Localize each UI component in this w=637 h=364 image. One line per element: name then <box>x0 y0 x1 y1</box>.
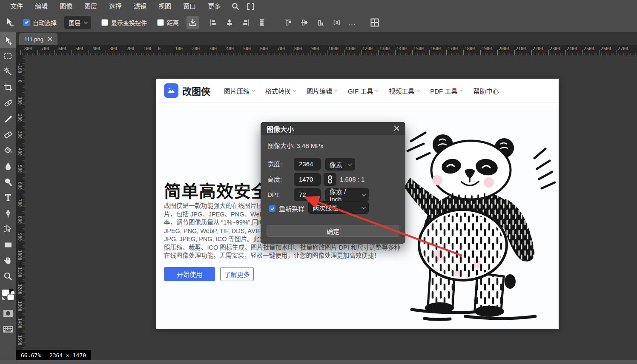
quick-mask-tool[interactable] <box>0 305 16 321</box>
ruler-tick <box>463 50 464 55</box>
document-tab[interactable]: 111.png <box>19 33 57 45</box>
marquee-tool[interactable] <box>0 48 16 64</box>
tab-close-icon[interactable] <box>48 35 52 43</box>
dialog-title: 图像大小 <box>267 124 394 134</box>
keyboard-tool[interactable] <box>0 321 16 337</box>
photo-editor-app: 文件编辑图像图层选择滤镜视图窗口更多 自动选择 图层 显示变换控件 距离 <box>0 0 637 364</box>
ruler-tick <box>361 50 362 55</box>
fullscreen-icon[interactable] <box>244 0 257 13</box>
menu-item-more[interactable]: 更多 <box>202 0 227 13</box>
dialog-titlebar[interactable]: 图像大小 <box>261 122 405 135</box>
blur-tool[interactable] <box>0 158 16 174</box>
dodge-tool[interactable] <box>0 174 16 190</box>
zoom-tool[interactable] <box>0 268 16 284</box>
ruler-label: 100 <box>17 97 22 105</box>
site-logo-icon[interactable] <box>164 83 178 98</box>
nav-label: 图片压缩 <box>224 86 250 95</box>
nav-label: 视频工具 <box>389 86 414 95</box>
move-tool[interactable] <box>0 32 16 48</box>
color-swatches-tool[interactable] <box>0 284 16 305</box>
align-left-icon[interactable] <box>206 16 221 29</box>
panda-illustration <box>398 128 558 325</box>
align-right-icon[interactable] <box>238 16 253 29</box>
align-bottom-icon[interactable] <box>313 16 328 29</box>
nav-label: GIF 工具 <box>348 86 373 95</box>
align-center-horizontal-icon[interactable] <box>222 16 237 29</box>
pen-tool[interactable] <box>0 205 16 221</box>
ruler-tick <box>20 164 25 164</box>
heal-tool[interactable] <box>0 95 16 111</box>
aspect-link-icon[interactable] <box>324 173 336 186</box>
distribute-vertical-icon[interactable] <box>255 16 269 29</box>
hand-icon <box>3 256 13 266</box>
ruler-label: 200 <box>17 114 22 122</box>
menu-item-image[interactable]: 图像 <box>54 0 78 13</box>
align-middle-vertical-icon[interactable] <box>297 16 312 29</box>
move-icon <box>3 35 13 46</box>
site-brand[interactable]: 改图侠 <box>182 84 210 97</box>
nav-item-format-convert[interactable]: 格式转换 <box>265 86 295 95</box>
export-download-button[interactable] <box>187 16 199 29</box>
dialog-close-icon[interactable] <box>394 125 399 133</box>
tool-options-bar: 自动选择 图层 显示变换控件 距离 <box>0 13 637 32</box>
ok-button[interactable]: 确定 <box>267 225 399 237</box>
zoom-level[interactable]: 66.67% <box>21 352 41 358</box>
menu-item-window[interactable]: 窗口 <box>177 0 202 13</box>
menu-item-edit[interactable]: 编辑 <box>29 0 54 13</box>
align-top-icon[interactable] <box>281 16 296 29</box>
ruler-label: 1900 <box>482 46 492 51</box>
search-icon[interactable] <box>229 0 242 13</box>
nav-item-gif-tools[interactable]: GIF 工具 <box>348 86 377 95</box>
show-transform-checkbox[interactable]: 显示变换控件 <box>101 18 147 27</box>
menu-item-filter[interactable]: 滤镜 <box>128 0 152 13</box>
width-input[interactable]: 2364 <box>294 158 321 171</box>
ruler-tick <box>20 130 25 130</box>
hand-tool[interactable] <box>0 253 16 268</box>
paint-bucket-tool[interactable] <box>0 142 16 158</box>
menu-bar: 文件编辑图像图层选择滤镜视图窗口更多 <box>0 0 637 13</box>
learn-more-button[interactable]: 了解更多 <box>220 267 254 281</box>
path-select-tool[interactable] <box>0 221 16 237</box>
nav-item-help-center[interactable]: 帮助中心 <box>473 86 499 95</box>
crop-tool[interactable] <box>0 80 16 95</box>
menu-item-layer[interactable]: 图层 <box>78 0 103 13</box>
nav-item-video-tools[interactable]: 视频工具 <box>389 86 419 95</box>
move-tool-icon <box>3 15 17 30</box>
width-unit-dropdown[interactable]: 像素 <box>325 158 355 171</box>
dpi-input[interactable]: 72 <box>294 188 321 201</box>
resample-method-dropdown[interactable]: 两次线性 <box>308 201 369 214</box>
ruler-tick <box>123 50 123 55</box>
image-size-info: 图像大小: 3.48 MPx <box>267 141 324 150</box>
height-input[interactable]: 1470 <box>294 173 321 186</box>
resample-checkbox[interactable]: 重新采样 <box>269 204 304 213</box>
ruler-label: 1100 <box>345 46 356 51</box>
layer-target-dropdown[interactable]: 图层 <box>64 16 91 29</box>
menu-item-select[interactable]: 选择 <box>103 0 128 13</box>
document-dimensions: 2364 × 1470 <box>49 352 86 358</box>
paint-bucket-icon <box>3 145 13 156</box>
keyboard-icon <box>3 325 14 333</box>
resample-label: 重新采样 <box>279 204 304 213</box>
brush-tool[interactable] <box>0 111 16 127</box>
nav-item-image-edit[interactable]: 图片编辑 <box>307 86 336 95</box>
ruler-tick <box>20 232 25 232</box>
magic-wand-tool[interactable] <box>0 64 16 80</box>
dpi-unit-dropdown[interactable]: 像素 / Inch <box>325 188 369 201</box>
window-layout-grid-icon[interactable] <box>367 16 382 29</box>
nav-label: 格式转换 <box>265 86 291 95</box>
ruler-tick <box>140 50 140 55</box>
ruler-label: 900 <box>311 46 319 51</box>
start-using-button[interactable]: 开始使用 <box>164 267 215 281</box>
menu-item-view[interactable]: 视图 <box>152 0 177 13</box>
distribute-horizontal-icon[interactable] <box>330 16 344 29</box>
ruler-label: 500 <box>243 46 251 51</box>
more-options-icon[interactable]: ... <box>348 19 356 26</box>
nav-item-image-compress[interactable]: 图片压缩 <box>224 86 254 95</box>
eraser-tool[interactable] <box>0 127 16 142</box>
distance-checkbox[interactable]: 距离 <box>157 18 179 27</box>
type-tool[interactable] <box>0 190 16 205</box>
menu-item-file[interactable]: 文件 <box>4 0 29 13</box>
shape-rect-tool[interactable] <box>0 237 16 253</box>
nav-item-pdf-tools[interactable]: PDF 工具 <box>430 86 462 95</box>
auto-select-checkbox[interactable]: 自动选择 <box>23 18 57 27</box>
